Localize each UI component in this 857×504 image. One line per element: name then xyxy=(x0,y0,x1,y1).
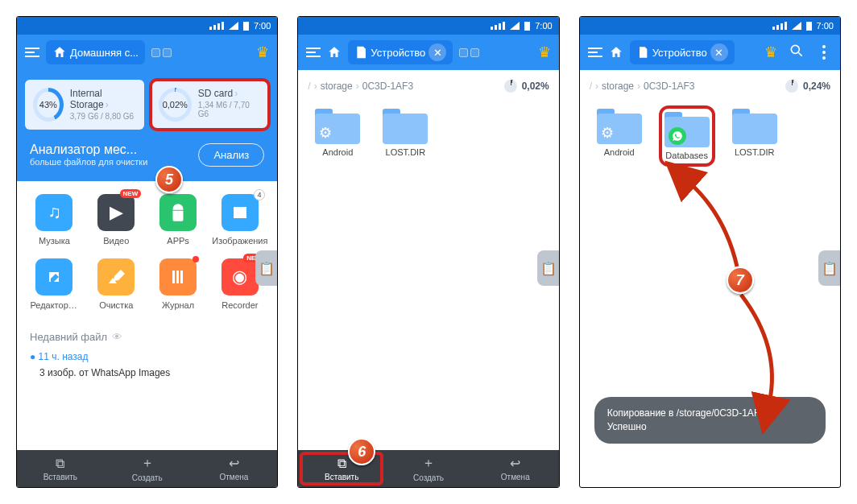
close-chip-icon[interactable]: ✕ xyxy=(428,43,446,61)
create-button[interactable]: ＋Создать xyxy=(104,450,191,487)
usage-pie-icon xyxy=(504,80,517,93)
crown-icon[interactable]: ♛ xyxy=(764,43,777,61)
folder-android[interactable]: ⚙ Android xyxy=(594,109,644,163)
internal-sub: 3,79 G6 / 8,80 G6 xyxy=(70,112,136,121)
image-icon: 4 xyxy=(221,194,259,231)
sd-card-icon xyxy=(354,46,367,59)
internal-name: Internal Storage xyxy=(70,88,104,110)
broom-icon xyxy=(97,258,135,295)
notification-dot xyxy=(193,256,199,262)
search-icon[interactable] xyxy=(789,43,805,62)
create-button[interactable]: ＋Создать xyxy=(385,450,472,487)
svg-point-0 xyxy=(791,45,799,53)
analyzer-subtitle: больше файлов для очистки xyxy=(30,157,147,167)
clipboard-tab[interactable]: 📋 xyxy=(537,250,560,286)
recent-header: Недавний файл xyxy=(30,331,107,343)
analyze-button[interactable]: Анализ xyxy=(198,143,264,167)
crumb-storage[interactable]: storage xyxy=(321,81,353,92)
cell-signal-icon xyxy=(772,22,787,30)
internal-usage-ring: 43% xyxy=(33,88,64,122)
edit-icon xyxy=(35,258,72,295)
toast-line2: Успешно xyxy=(607,420,813,434)
folder-lostdir[interactable]: LOST.DIR xyxy=(730,109,780,163)
cat-apps[interactable]: APPs xyxy=(149,194,208,246)
journal-icon xyxy=(159,258,197,295)
paste-button[interactable]: ⧉Вставить xyxy=(17,450,104,487)
home-icon[interactable] xyxy=(609,45,623,60)
cat-cleaner[interactable]: Очистка xyxy=(87,258,146,310)
clock: 7:00 xyxy=(254,21,271,31)
crown-icon[interactable]: ♛ xyxy=(538,43,551,61)
multiwindow-icon[interactable] xyxy=(459,48,479,57)
folder-lostdir[interactable]: LOST.DIR xyxy=(380,109,430,157)
crown-icon[interactable]: ♛ xyxy=(256,43,269,61)
hint-arrow-toast xyxy=(725,291,805,411)
cat-journal[interactable]: Журнал xyxy=(149,258,208,310)
sd-name: SD card xyxy=(198,88,233,99)
paste-icon: ⧉ xyxy=(56,456,64,471)
location-label: Устройство xyxy=(652,47,707,59)
whatsapp-icon xyxy=(669,127,686,145)
toolbar: Домашняя с... ♛ xyxy=(17,35,277,70)
clipboard-tab[interactable]: 📋 xyxy=(818,250,841,286)
screen-1: 7:00 Домашняя с... ♛ 43% Internal Storag… xyxy=(16,16,278,488)
internal-storage-card[interactable]: 43% Internal Storage› 3,79 G6 / 8,80 G6 xyxy=(25,80,144,130)
location-label: Устройство xyxy=(371,47,425,59)
new-badge: NEW xyxy=(120,189,142,198)
menu-icon[interactable] xyxy=(306,48,321,57)
bottom-bar: ⧉Вставить ＋Создать ↩Отмена xyxy=(298,450,558,487)
crumb-folder[interactable]: 0C3D-1AF3 xyxy=(644,81,694,92)
location-chip[interactable]: Устройство ✕ xyxy=(348,40,453,64)
hint-step-7: 7 xyxy=(727,266,754,294)
screen-2: 7:00 Устройство ✕ ♛ /› storage› 0C3D-1AF… xyxy=(297,16,559,488)
folder-android[interactable]: ⚙ Android xyxy=(313,109,362,157)
hint-arrow-databases xyxy=(677,174,757,279)
cat-editor[interactable]: Редактор те... xyxy=(25,258,84,310)
close-chip-icon[interactable]: ✕ xyxy=(710,43,728,61)
status-bar: 7:00 xyxy=(580,17,840,35)
crumb-folder[interactable]: 0C3D-1AF3 xyxy=(362,81,413,92)
clipboard-tab[interactable]: 📋 xyxy=(255,250,278,286)
location-chip[interactable]: Домашняя с... xyxy=(46,40,145,64)
recent-section: Недавний файл👁 ● 11 ч. назад 3 изобр. от… xyxy=(17,323,277,386)
multiwindow-icon[interactable] xyxy=(151,48,172,57)
wifi-icon xyxy=(792,22,801,30)
recent-when: 11 ч. назад xyxy=(39,351,89,362)
cancel-button[interactable]: ↩Отмена xyxy=(472,450,559,487)
folder-grid: ⚙ Android Databases LOST.DIR xyxy=(580,102,840,170)
more-icon[interactable] xyxy=(816,44,832,60)
cell-signal-icon xyxy=(491,22,505,30)
plus-icon: ＋ xyxy=(141,455,154,472)
category-grid: ♫Музыка ▶NEWВидео APPs 4Изображения Реда… xyxy=(17,181,277,323)
record-icon: ◉NEW xyxy=(221,258,259,295)
cat-music[interactable]: ♫Музыка xyxy=(25,194,84,246)
toolbar: Устройство ✕ ♛ xyxy=(298,35,558,70)
analyzer-title: Анализатор мес... xyxy=(30,143,147,157)
battery-icon xyxy=(524,22,530,31)
home-icon[interactable] xyxy=(327,45,342,60)
clock: 7:00 xyxy=(535,21,552,31)
breadcrumb: /› storage› 0C3D-1AF3 0,24% xyxy=(580,70,840,102)
location-chip[interactable]: Устройство ✕ xyxy=(630,40,735,64)
header-blue-section: Домашняя с... ♛ 43% Internal Storage› 3,… xyxy=(17,35,277,181)
usage-pie-icon xyxy=(785,80,798,93)
paste-icon: ⧉ xyxy=(337,456,346,471)
recent-item[interactable]: 3 изобр. от WhatsApp Images xyxy=(30,367,264,378)
bottom-bar: ⧉Вставить ＋Создать ↩Отмена xyxy=(17,450,277,487)
crumb-storage[interactable]: storage xyxy=(602,81,634,92)
cat-video[interactable]: ▶NEWВидео xyxy=(87,194,146,246)
eye-icon[interactable]: 👁 xyxy=(112,331,122,343)
folder-databases[interactable]: Databases xyxy=(662,109,712,163)
cat-images[interactable]: 4Изображения xyxy=(210,194,269,246)
wifi-icon xyxy=(229,22,238,30)
wifi-icon xyxy=(510,22,520,30)
usage-pct: 0,02% xyxy=(522,81,549,92)
breadcrumb: /› storage› 0C3D-1AF3 0,02% xyxy=(298,70,558,102)
status-bar: 7:00 xyxy=(298,17,558,35)
menu-icon[interactable] xyxy=(588,48,602,57)
cancel-button[interactable]: ↩Отмена xyxy=(191,450,278,487)
menu-icon[interactable] xyxy=(25,48,39,57)
video-icon: ▶NEW xyxy=(97,194,135,231)
home-icon xyxy=(52,45,67,60)
sd-card-card[interactable]: 0,02% SD card› 1,34 M6 / 7,70 G6 xyxy=(151,80,270,130)
